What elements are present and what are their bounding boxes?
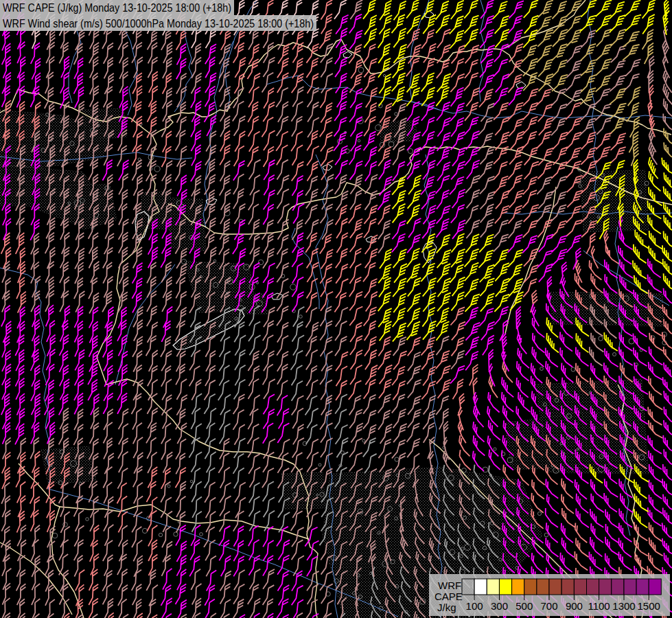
svg-text:1500: 1500 xyxy=(638,600,660,612)
svg-text:WRF Wind shear (m/s) 500/1000h: WRF Wind shear (m/s) 500/1000hPa Monday … xyxy=(3,17,314,30)
svg-text:WRF CAPE (J/kg) Monday 13-10-2: WRF CAPE (J/kg) Monday 13-10-2025 18:00 … xyxy=(3,1,231,14)
svg-text:1100: 1100 xyxy=(588,600,610,612)
svg-text:J/kg: J/kg xyxy=(437,602,456,613)
svg-text:1300: 1300 xyxy=(612,600,635,612)
svg-text:700: 700 xyxy=(540,600,557,612)
svg-text:100: 100 xyxy=(466,600,483,612)
svg-text:900: 900 xyxy=(566,600,583,612)
svg-text:500: 500 xyxy=(515,600,533,612)
svg-text:WRF: WRF xyxy=(438,580,461,591)
svg-text:300: 300 xyxy=(491,600,508,612)
svg-text:CAPE: CAPE xyxy=(435,591,463,602)
